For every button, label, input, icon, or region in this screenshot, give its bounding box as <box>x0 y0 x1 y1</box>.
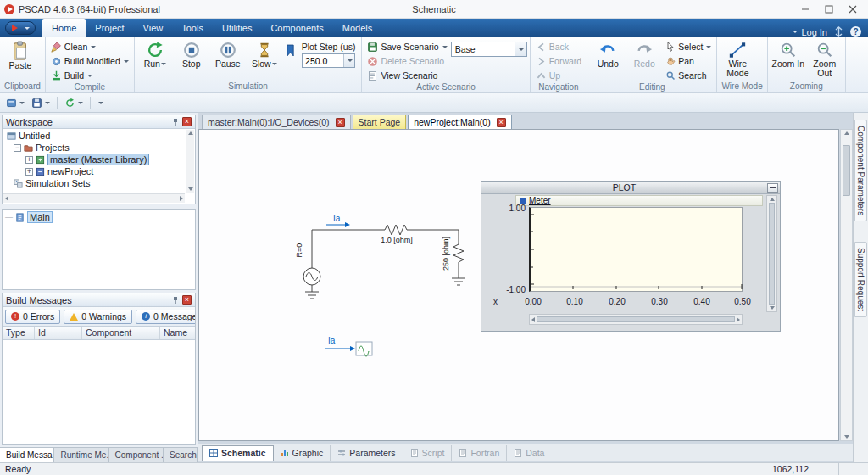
run-button[interactable]: Run <box>137 39 173 69</box>
chevron-down-icon <box>706 46 711 48</box>
tree-item-main[interactable]: — Main <box>3 210 195 225</box>
errors-filter-button[interactable]: 0 Errors <box>5 310 60 324</box>
build-button[interactable]: Build <box>48 69 131 82</box>
tree-item-master-library[interactable]: master (Master Library) <box>3 154 185 165</box>
close-button[interactable] <box>841 1 865 18</box>
application-menu-button[interactable] <box>5 21 36 35</box>
close-icon[interactable] <box>182 117 192 126</box>
pause-button[interactable]: Pause <box>210 39 246 69</box>
chevron-down-icon[interactable] <box>515 42 526 56</box>
column-header-name[interactable]: Name <box>160 327 195 339</box>
tab-schematic[interactable]: Schematic <box>202 445 274 461</box>
new-project-button[interactable] <box>3 95 27 110</box>
undo-button[interactable]: Undo <box>590 39 626 69</box>
tab-script[interactable]: Script <box>403 445 453 461</box>
redo-button[interactable]: Redo <box>626 39 662 69</box>
refresh-button[interactable] <box>62 95 86 110</box>
plot-panel[interactable]: PLOT Meter 1.00 -1.00 x 0.00 0.10 0.2 <box>481 181 781 332</box>
save-scenario-button[interactable]: Save Scenario <box>364 40 449 53</box>
canvas-vertical-scrollbar[interactable] <box>840 129 853 441</box>
column-header-id[interactable]: Id <box>35 327 82 339</box>
slow-button[interactable]: Slow <box>247 39 282 69</box>
save-button[interactable] <box>29 95 53 110</box>
ribbon-group-zooming: Zoom In Zoom Out Zooming <box>768 37 846 92</box>
tab-models[interactable]: Models <box>333 19 381 37</box>
tree-item-new-project[interactable]: newProject <box>3 165 185 177</box>
tree-item-projects[interactable]: Projects <box>3 142 185 154</box>
workspace-panel-titlebar[interactable]: Workspace <box>3 115 195 129</box>
plot-area[interactable] <box>529 207 743 292</box>
plot-horizontal-scrollbar[interactable] <box>529 314 743 325</box>
login-button[interactable]: Log In <box>792 27 827 37</box>
close-icon[interactable] <box>182 295 192 305</box>
tab-component-parameters[interactable]: Component ... <box>109 448 164 462</box>
minimize-icon[interactable] <box>767 183 778 193</box>
build-messages-titlebar[interactable]: Build Messages <box>3 293 195 307</box>
tree-item-simulation-sets[interactable]: Simulation Sets <box>3 177 185 189</box>
warnings-filter-button[interactable]: 0 Warnings <box>64 310 132 324</box>
delete-scenario-button[interactable]: Delete Scenario <box>364 54 449 68</box>
chevron-down-icon[interactable] <box>343 54 354 67</box>
tab-graphic[interactable]: Graphic <box>274 445 331 461</box>
maximize-button[interactable] <box>817 1 841 18</box>
tab-parameters[interactable]: Parameters <box>331 445 403 461</box>
column-header-type[interactable]: Type <box>3 327 35 339</box>
tab-master-io-devices[interactable]: master:Main(0):I/O_Devices(0) <box>202 115 351 129</box>
pan-button[interactable]: Pan <box>663 54 714 68</box>
tab-build-messages[interactable]: Build Messa... <box>0 448 54 462</box>
messages-filter-button[interactable]: 0 Messages <box>136 310 195 324</box>
resize-grip[interactable] <box>846 463 868 475</box>
build-modified-button[interactable]: Build Modified <box>48 54 131 68</box>
clean-button[interactable]: Clean <box>48 40 131 53</box>
tab-tools[interactable]: Tools <box>172 19 213 37</box>
collapse-expander-icon[interactable] <box>14 144 21 152</box>
tab-components[interactable]: Components <box>261 19 332 37</box>
tab-data[interactable]: Data <box>507 445 551 461</box>
minimize-button[interactable] <box>793 1 817 18</box>
tab-view[interactable]: View <box>134 19 173 37</box>
pin-icon[interactable] <box>171 118 180 126</box>
select-button[interactable]: Select <box>663 40 714 53</box>
tab-project[interactable]: Project <box>86 19 133 37</box>
tab-utilities[interactable]: Utilities <box>213 19 261 37</box>
tab-newproject-main[interactable]: newProject:Main(0) <box>408 115 511 129</box>
help-icon[interactable]: ? <box>850 26 861 37</box>
schematic-canvas[interactable]: R=0 Ia 1.0 [ohm] 250 [ohm] Ia PLOT Meter <box>198 129 839 441</box>
plot-vertical-scrollbar[interactable] <box>766 195 777 312</box>
column-header-component[interactable]: Component <box>82 327 160 339</box>
plot-step-input[interactable] <box>303 54 343 67</box>
tab-fortran[interactable]: Fortran <box>452 445 507 461</box>
close-icon[interactable] <box>497 118 506 127</box>
undo-icon <box>598 41 617 59</box>
plot-titlebar[interactable]: PLOT <box>481 182 780 194</box>
plot-legend[interactable]: Meter <box>515 195 763 206</box>
stop-button[interactable]: Stop <box>174 39 209 69</box>
customize-toolbar-button[interactable] <box>95 95 106 110</box>
expand-expander-icon[interactable] <box>25 168 33 176</box>
zoom-in-button[interactable]: Zoom In <box>771 39 806 69</box>
parameters-icon <box>337 449 346 457</box>
close-icon[interactable] <box>336 118 345 127</box>
wire-mode-button[interactable]: Wire Mode <box>720 39 755 78</box>
up-button[interactable]: Up <box>533 69 585 82</box>
expand-expander-icon[interactable] <box>25 156 33 164</box>
workspace-vertical-scrollbar[interactable] <box>186 130 194 193</box>
search-button[interactable]: Search <box>663 69 714 82</box>
tab-runtime-messages[interactable]: Runtime Me... <box>54 448 108 462</box>
workspace-horizontal-scrollbar[interactable] <box>3 193 185 203</box>
scenario-combobox[interactable]: Base <box>451 42 527 57</box>
tab-search[interactable]: Search <box>164 448 198 462</box>
plot-step-field[interactable] <box>302 53 355 68</box>
zoom-out-button[interactable]: Zoom Out <box>807 39 843 78</box>
back-button[interactable]: Back <box>533 40 585 53</box>
tab-component-parameters-flyout[interactable]: Component Parameters <box>854 120 867 221</box>
pin-icon[interactable] <box>171 296 180 305</box>
view-scenario-button[interactable]: View Scenario <box>364 69 449 82</box>
forward-button[interactable]: Forward <box>533 54 585 68</box>
paste-button[interactable]: Paste <box>3 39 38 70</box>
tab-home[interactable]: Home <box>42 19 86 37</box>
tab-start-page[interactable]: Start Page <box>353 115 407 129</box>
collapse-ribbon-icon[interactable] <box>834 26 843 37</box>
tree-item-untitled[interactable]: Untitled <box>3 130 185 142</box>
tab-support-request-flyout[interactable]: Support Request <box>854 242 867 317</box>
